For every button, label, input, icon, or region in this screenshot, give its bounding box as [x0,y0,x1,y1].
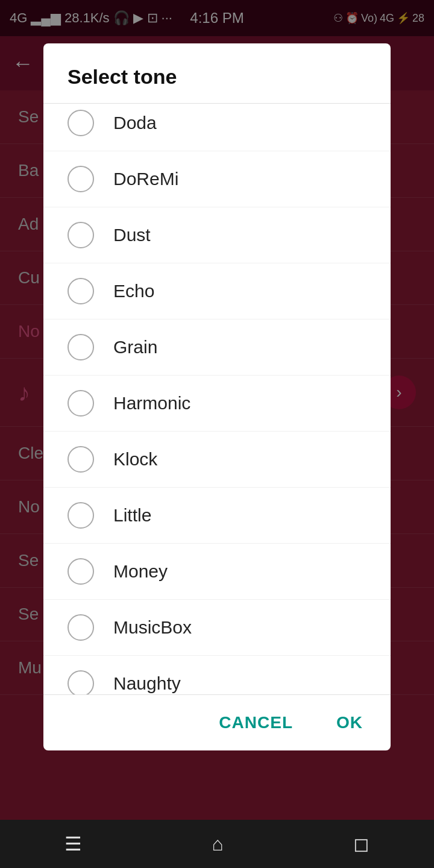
tone-label-naughty: Naughty [113,673,181,694]
tone-label-dust: Dust [113,225,151,245]
tone-label-doda: Doda [113,113,157,133]
radio-klock[interactable] [68,446,94,473]
tone-item-money[interactable]: Money [43,544,391,600]
tone-item-naughty[interactable]: Naughty [43,656,391,694]
dialog-body: Doda DoReMi Dust Echo Grain Harmonic Klo… [43,104,391,694]
tone-label-little: Little [113,505,151,526]
navigation-bar: ☰ ⌂ ◻ [0,820,434,868]
tone-item-grain[interactable]: Grain [43,319,391,376]
radio-doda[interactable] [68,110,94,136]
tone-item-klock[interactable]: Klock [43,432,391,488]
select-tone-dialog: Select tone Doda DoReMi Dust Echo Grain … [43,43,391,750]
tone-item-little[interactable]: Little [43,488,391,544]
tone-label-klock: Klock [113,449,157,470]
tone-label-grain: Grain [113,337,157,357]
radio-doremi[interactable] [68,166,94,192]
tone-label-money: Money [113,561,168,582]
radio-harmonic[interactable] [68,390,94,417]
tone-item-dust[interactable]: Dust [43,207,391,263]
radio-musicbox[interactable] [68,614,94,641]
tone-item-harmonic[interactable]: Harmonic [43,376,391,432]
radio-naughty[interactable] [68,670,94,694]
tone-item-musicbox[interactable]: MusicBox [43,600,391,656]
menu-icon[interactable]: ☰ [64,832,82,855]
back-nav-icon[interactable]: ◻ [353,832,370,855]
tone-item-doremi[interactable]: DoReMi [43,151,391,207]
home-icon[interactable]: ⌂ [212,833,223,855]
ok-button[interactable]: OK [327,707,373,738]
dialog-title: Select tone [43,43,391,104]
tone-item-doda[interactable]: Doda [43,104,391,151]
radio-little[interactable] [68,502,94,529]
radio-grain[interactable] [68,334,94,360]
tone-item-echo[interactable]: Echo [43,263,391,319]
radio-dust[interactable] [68,222,94,248]
tone-label-musicbox: MusicBox [113,617,192,638]
tone-label-echo: Echo [113,281,154,301]
tone-label-harmonic: Harmonic [113,393,190,414]
radio-money[interactable] [68,558,94,585]
radio-echo[interactable] [68,278,94,304]
dialog-footer: CANCEL OK [43,694,391,750]
cancel-button[interactable]: CANCEL [209,707,303,738]
tone-label-doremi: DoReMi [113,169,178,189]
